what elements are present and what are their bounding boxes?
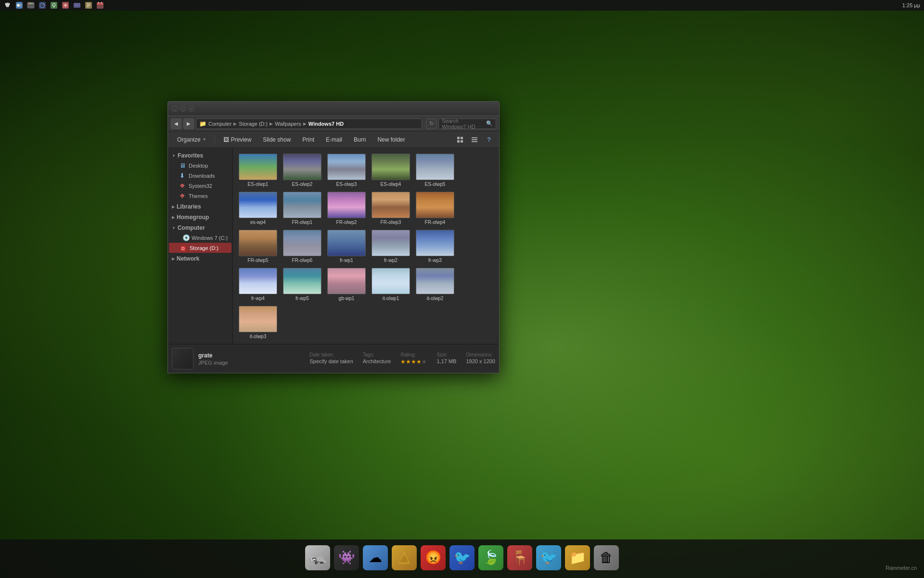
email-button[interactable]: E-mail [321,133,347,146]
sidebar-item-storage-d[interactable]: D Storage (D:) [169,243,231,253]
minimize-button[interactable]: _ [172,105,178,112]
status-details: Date taken: Specify date taken Tags: Arc… [309,352,495,365]
print-button[interactable]: Print [297,133,320,146]
dock-icon-chair[interactable]: 🪑 [507,545,532,570]
sidebar-system32-label: System32 [189,183,212,189]
toolbar-separator-1 [215,135,215,144]
dock-icon-folder[interactable]: 📁 [565,545,590,570]
thumbnail-gb-wp1[interactable]: gb-wp1 [324,265,369,303]
svg-rect-31 [472,137,477,138]
dock-icon-cloud[interactable]: ☁ [363,545,388,570]
dock-icon-bird[interactable]: 🐦 [536,545,561,570]
sidebar-section-favorites: ▼ Favorites 🖥 Desktop ⬇ Downloads ❖ Syst… [168,151,232,201]
thumbnail-es-wp4[interactable]: es-wp4 [236,189,280,227]
back-button[interactable]: ◀ [171,118,181,129]
path-wallpapers: Wallpapers [275,121,301,127]
refresh-button[interactable]: ↻ [426,118,436,129]
sidebar-computer-header[interactable]: ▼ Computer [168,223,232,233]
status-rating: Rating: ★★★★★ [400,352,427,365]
preview-icon[interactable] [62,1,69,9]
sidebar-item-windows-c[interactable]: 💿 Windows 7 (C:) [169,233,231,243]
network-label: Network [177,255,199,262]
svg-rect-24 [97,2,103,5]
thumb-label-row4c: it-olwp3 [238,334,278,339]
computer-label: Computer [178,224,205,231]
thumb-label-fr-olwp1: FR-olwp1 [282,220,322,225]
thumbnail-es-olwp3[interactable]: ES-olwp3 [324,151,369,189]
sidebar-libraries-header[interactable]: ▶ Libraries [168,202,232,211]
thumbnail-fr-wp3[interactable]: fr-wp3 [413,227,457,265]
thumbnail-fr-olwp4[interactable]: FR-olwp4 [413,189,457,227]
thumbnail-fr-olwp2[interactable]: FR-olwp2 [324,189,369,227]
sidebar-item-desktop[interactable]: 🖥 Desktop [169,160,231,171]
thumbnail-es-olwp4[interactable]: ES-olwp4 [369,151,413,189]
thumbnail-fr-wp5[interactable]: fr-wp5 [280,265,324,303]
homegroup-label: Homegroup [177,214,209,221]
thumbnail-fr-wp4[interactable]: fr-wp4 [236,265,280,303]
maps-icon[interactable] [50,1,58,9]
sidebar-network-header[interactable]: ▶ Network [168,254,232,263]
dock-icon-badger[interactable]: 🦡 [305,545,330,570]
dimensions-value: 924 x 578 [466,358,495,364]
slideshow-button[interactable]: Slide show [257,133,296,146]
thumbnail-fr-wp2[interactable]: fr-wp2 [369,227,413,265]
thumbnail-row4b[interactable]: it-olwp2 [413,265,457,303]
thumbnail-es-olwp2[interactable]: ES-olwp2 [280,151,324,189]
thumbnail-es-olwp5[interactable]: ES-olwp5 [413,151,457,189]
calendar-icon[interactable] [96,1,104,9]
apple-icon[interactable] [4,1,12,9]
burn-button[interactable]: Burn [348,133,371,146]
thumbnail-fr-olwp1[interactable]: FR-olwp1 [280,189,324,227]
libraries-label: Libraries [177,203,201,210]
forward-button[interactable]: ▶ [183,118,194,129]
thumb-img-fr-wp3 [416,230,454,256]
maximize-button[interactable]: □ [180,105,186,112]
thumb-img-row4b [416,268,454,294]
path-sep-1: ▶ [233,121,237,126]
address-path[interactable]: 📁 Computer ▶ Storage (D:) ▶ Wallpapers ▶… [196,118,422,129]
view-list-icon[interactable] [468,133,481,146]
sidebar-item-system32[interactable]: ❖ System32 [169,181,231,191]
thumbnail-es-olwp1[interactable]: ES-olwp1 [236,151,280,189]
dock-icon-instruments[interactable] [392,545,417,570]
tags-label: Tags: [363,352,391,357]
dashboard-icon[interactable] [38,1,46,9]
notes-icon[interactable] [85,1,92,9]
dock-icon-blue[interactable]: 🐦 [449,545,475,570]
finder-icon[interactable] [15,1,23,9]
thumbnail-fr-olwp3[interactable]: FR-olwp3 [369,189,413,227]
sidebar-item-downloads[interactable]: ⬇ Downloads [169,171,231,181]
organize-button[interactable]: Organize ▼ [172,133,212,146]
thumbnail-fr-olwp6[interactable]: FR-olwp6 [280,227,324,265]
browser-icon[interactable] [27,1,35,9]
bottom-dock: 🦡 👾 ☁ 😡 🐦 🍃 🪑 🐦 📁 🗑 [0,539,924,578]
thumbnail-row4c[interactable]: it-olwp3 [236,303,280,341]
date-taken-value: Specify date taken [309,358,353,364]
help-button[interactable]: ? [483,133,495,146]
new-folder-button[interactable]: New folder [372,133,410,146]
dock-icon-monster[interactable]: 👾 [334,545,359,570]
downloads-icon: ⬇ [180,172,186,179]
dock-icon-trash[interactable]: 🗑 [594,545,619,570]
sidebar-favorites-header[interactable]: ▼ Favorites [168,151,232,160]
close-button[interactable]: × [188,105,194,112]
path-sep-2: ▶ [270,121,273,126]
status-tags: Tags: Architecture [363,352,391,365]
thumb-label-fr-olwp6: FR-olwp6 [282,258,322,263]
search-box[interactable]: Search Windows7 HD 🔍 [438,118,496,129]
sidebar-themes-label: Themes [189,193,208,199]
thumbnail-fr-olwp5[interactable]: FR-olwp5 [236,227,280,265]
sidebar-homegroup-header[interactable]: ▶ Homegroup [168,212,232,222]
thumb-label-fr-wp5: fr-wp5 [282,296,322,301]
help-icon: ? [487,136,491,143]
sidebar-item-themes[interactable]: ❖ Themes [169,191,231,201]
mail-icon[interactable] [73,1,81,9]
dock-icon-angry[interactable]: 😡 [421,545,446,570]
top-bar-time: 1:25 μμ [902,2,920,8]
preview-button[interactable]: 🖼 Preview [218,133,257,146]
view-large-icon[interactable] [454,133,466,146]
thumbnail-fr-wp1[interactable]: fr-wp1 [324,227,369,265]
address-bar: ◀ ▶ 📁 Computer ▶ Storage (D:) ▶ Wallpape… [168,116,499,131]
dock-icon-green[interactable]: 🍃 [478,545,503,570]
thumbnail-row4a[interactable]: it-olwp1 [369,265,413,303]
